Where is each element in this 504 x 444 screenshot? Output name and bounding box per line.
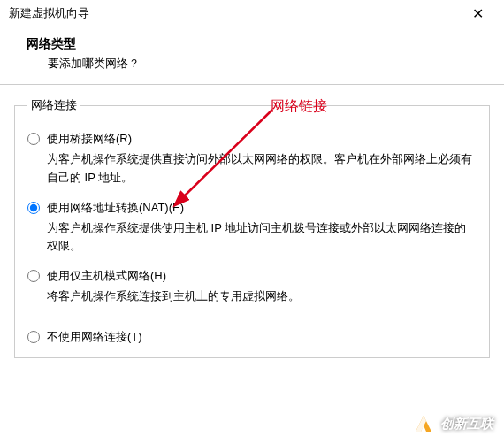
- option-bridge: 使用桥接网络(R) 为客户机操作系统提供直接访问外部以太网网络的权限。客户机在外…: [27, 131, 477, 188]
- option-nat-desc: 为客户机操作系统提供使用主机 IP 地址访问主机拨号连接或外部以太网网络连接的权…: [47, 219, 477, 256]
- dialog-header: 网络类型 要添加哪类网络？: [0, 27, 504, 85]
- option-hostonly-line[interactable]: 使用仅主机模式网络(H): [27, 268, 477, 284]
- titlebar: 新建虚拟机向导 ✕: [0, 0, 504, 27]
- option-hostonly-desc: 将客户机操作系统连接到主机上的专用虚拟网络。: [47, 287, 477, 306]
- network-connection-fieldset: 网络连接 使用桥接网络(R) 为客户机操作系统提供直接访问外部以太网网络的权限。…: [14, 97, 490, 358]
- option-none-label: 不使用网络连接(T): [47, 329, 142, 345]
- option-hostonly-label: 使用仅主机模式网络(H): [47, 268, 166, 284]
- fieldset-legend: 网络连接: [27, 97, 80, 113]
- window-title: 新建虚拟机向导: [9, 5, 89, 21]
- option-bridge-radio[interactable]: [27, 133, 40, 145]
- option-nat: 使用网络地址转换(NAT)(E) 为客户机操作系统提供使用主机 IP 地址访问主…: [27, 200, 477, 256]
- page-subtitle: 要添加哪类网络？: [27, 56, 477, 72]
- option-none-radio[interactable]: [27, 331, 40, 343]
- watermark-text: 创新互联: [440, 416, 493, 433]
- option-nat-radio[interactable]: [27, 202, 40, 214]
- option-none-line[interactable]: 不使用网络连接(T): [27, 329, 477, 345]
- option-hostonly-radio[interactable]: [27, 270, 40, 282]
- option-hostonly: 使用仅主机模式网络(H) 将客户机操作系统连接到主机上的专用虚拟网络。: [27, 268, 477, 306]
- watermark: 创新互联: [409, 410, 497, 437]
- option-nat-line[interactable]: 使用网络地址转换(NAT)(E): [27, 200, 477, 216]
- option-none: 不使用网络连接(T): [27, 329, 477, 345]
- close-button[interactable]: ✕: [460, 5, 495, 22]
- option-bridge-label: 使用桥接网络(R): [47, 131, 132, 147]
- option-bridge-desc: 为客户机操作系统提供直接访问外部以太网网络的权限。客户机在外部网络上必须有自己的…: [47, 150, 477, 188]
- option-nat-label: 使用网络地址转换(NAT)(E): [47, 200, 184, 216]
- option-bridge-line[interactable]: 使用桥接网络(R): [27, 131, 477, 147]
- page-title: 网络类型: [27, 36, 477, 52]
- watermark-logo-icon: [412, 412, 435, 435]
